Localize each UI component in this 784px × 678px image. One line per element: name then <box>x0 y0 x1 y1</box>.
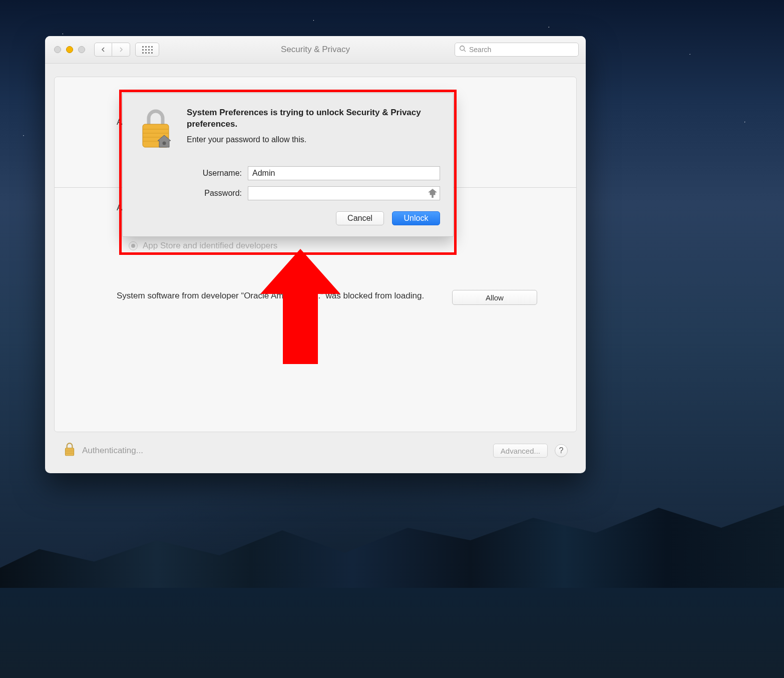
blocked-software-text: System software from developer “Oracle A… <box>117 290 424 302</box>
search-input[interactable] <box>469 46 574 54</box>
password-label: Password: <box>136 189 248 198</box>
titlebar: Security & Privacy <box>45 36 586 64</box>
zoom-window-button[interactable] <box>78 46 85 53</box>
close-window-button[interactable] <box>54 46 61 53</box>
unlock-button[interactable]: Unlock <box>392 211 440 225</box>
forward-button[interactable] <box>112 43 130 57</box>
cancel-button[interactable]: Cancel <box>336 211 384 225</box>
search-icon <box>459 45 466 54</box>
lock-large-icon <box>136 107 176 154</box>
radio-app-store-dev[interactable] <box>129 241 138 250</box>
show-all-button[interactable] <box>135 43 159 57</box>
auth-status-text: Authenticating... <box>82 446 143 456</box>
help-button[interactable]: ? <box>555 444 568 457</box>
advanced-button[interactable]: Advanced... <box>493 444 548 458</box>
username-input[interactable] <box>248 166 440 180</box>
allow-button[interactable]: Allow <box>452 290 537 305</box>
grid-icon <box>142 46 153 54</box>
search-field[interactable] <box>455 43 579 57</box>
svg-point-0 <box>460 46 465 51</box>
auth-dialog: System Preferences is trying to unlock S… <box>122 93 454 237</box>
back-button[interactable] <box>94 43 112 57</box>
radio-app-store-dev-label: App Store and identified developers <box>143 241 277 251</box>
svg-line-1 <box>464 50 466 52</box>
password-input[interactable] <box>248 186 440 200</box>
preferences-window: Security & Privacy A log Allow apps down… <box>45 36 586 473</box>
svg-point-12 <box>163 142 166 145</box>
minimize-window-button[interactable] <box>66 46 73 53</box>
window-controls <box>54 46 85 53</box>
username-label: Username: <box>136 169 248 178</box>
dialog-headline: System Preferences is trying to unlock S… <box>187 107 440 130</box>
dialog-subtext: Enter your password to allow this. <box>187 135 440 144</box>
lock-icon[interactable] <box>63 442 76 459</box>
